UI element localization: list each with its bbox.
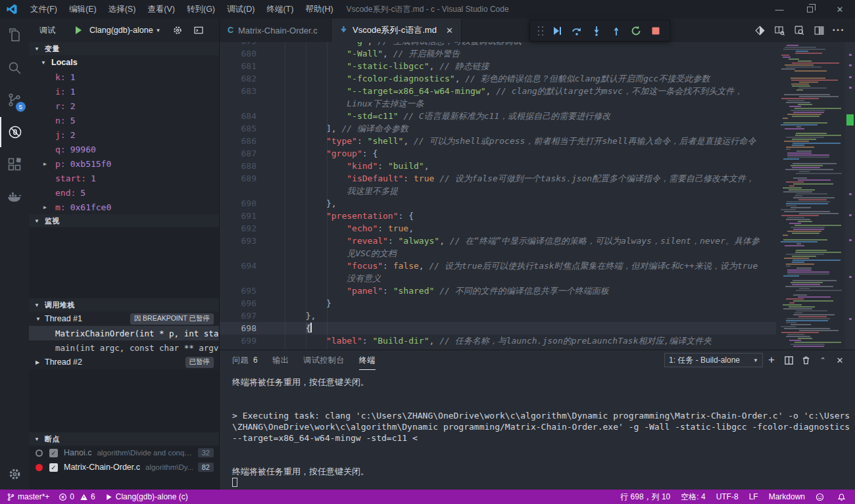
panel-tab-终端[interactable]: 终端 xyxy=(359,350,376,370)
sidebar-item-debug[interactable] xyxy=(0,117,29,147)
thread-row[interactable]: ▼Thread #1因 BREAKPOINT 已暂停 xyxy=(29,311,219,326)
overview-ruler[interactable] xyxy=(845,42,855,350)
menu-item[interactable]: 终端(T) xyxy=(260,0,299,18)
dropdown-caret-icon[interactable]: ▼ xyxy=(156,28,161,34)
menu-item[interactable]: 帮助(H) xyxy=(299,0,339,18)
code-line[interactable]: 683"--target=x86_64-w64-mingw", // clang… xyxy=(220,85,776,97)
editor-tab[interactable]: CMatrix-Chain-Order.c xyxy=(220,18,331,42)
code-line[interactable]: 680"-Wall", // 开启额外警告 xyxy=(220,47,776,60)
sidebar-item-source-control[interactable]: 5 xyxy=(0,85,29,115)
code-area[interactable]: 679"-g", // 生成调试信息，可以被调试器调试680"-Wall", /… xyxy=(220,42,776,350)
step-out-button[interactable] xyxy=(606,22,626,40)
code-line[interactable]: 697}, xyxy=(220,309,776,322)
expand-arrow-icon[interactable]: ▶ xyxy=(43,204,47,210)
indentation-button[interactable]: 空格: 4 xyxy=(681,492,705,503)
code-line[interactable]: 见VSC的文档 xyxy=(220,247,776,260)
stack-frame-row[interactable]: MatrixChainOrder(int * p, int start, xyxy=(29,326,219,340)
restore-button[interactable] xyxy=(794,0,825,18)
manage-button[interactable] xyxy=(0,467,29,482)
code-line[interactable]: 688"kind": "build", xyxy=(220,160,776,172)
terminal-selector-dropdown[interactable]: 1: 任务 - Build-alone ▼ xyxy=(664,353,763,367)
sidebar-item-docker[interactable] xyxy=(0,181,29,212)
variable-row[interactable]: k:1 xyxy=(29,70,219,84)
code-line[interactable]: 684"-std=c11" // C语言最新标准为c11，或根据自己的需要进行修… xyxy=(220,110,776,122)
stop-button[interactable] xyxy=(646,22,666,40)
step-into-button[interactable] xyxy=(587,22,606,40)
code-line[interactable]: 679"-g", // 生成调试信息，可以被调试器调试 xyxy=(220,42,776,47)
minimap[interactable] xyxy=(779,44,844,348)
breakpoint-row[interactable]: ✓Matrix-Chain-Order.calgorithm\Dy...82 xyxy=(29,460,219,474)
kill-terminal-button[interactable] xyxy=(797,352,814,368)
code-line[interactable]: 没有意义 xyxy=(220,272,776,285)
variable-row[interactable]: ▶m:0x61fce0 xyxy=(29,200,219,214)
watch-section-header[interactable]: ▼ 监视 xyxy=(29,214,219,227)
sidebar-item-search[interactable] xyxy=(0,53,29,83)
variable-row[interactable]: end:5 xyxy=(29,185,219,200)
step-over-button[interactable] xyxy=(567,22,587,40)
code-line[interactable]: 694"focus": false, // 设为true后可以使执行task时焦… xyxy=(220,260,776,272)
sidebar-item-extensions[interactable] xyxy=(0,149,29,179)
search-editor-button[interactable] xyxy=(789,22,809,39)
problems-button[interactable]: 0 6 xyxy=(59,492,95,501)
variable-row[interactable]: i:1 xyxy=(29,84,219,99)
thread-row[interactable]: ▶Thread #2已暂停 xyxy=(29,355,219,369)
editor-tab[interactable]: Vscode系列-c语言.md✕ xyxy=(331,18,462,42)
callstack-section-header[interactable]: ▼ 调用堆栈 xyxy=(29,298,219,311)
feedback-button[interactable] xyxy=(816,493,827,501)
minimize-button[interactable]: — xyxy=(764,0,794,18)
encoding-button[interactable]: UTF-8 xyxy=(716,492,739,501)
code-line[interactable]: 693"reveal": "always", // 在“终端”中显示编译信息的策… xyxy=(220,235,776,247)
continue-button[interactable] xyxy=(547,22,567,40)
code-line[interactable]: 689"isDefault": true // 设为false可做到一个task… xyxy=(220,172,776,185)
terminal-output[interactable]: 终端将被任务重用，按任意键关闭。> Executing task: clang … xyxy=(220,370,855,490)
variable-row[interactable]: q:99960 xyxy=(29,142,219,156)
code-line[interactable]: 695"panel": "shared" // 不同的文件的编译信息共享一个终端… xyxy=(220,285,776,297)
variable-row[interactable]: n:5 xyxy=(29,113,219,127)
split-editor-button[interactable] xyxy=(809,22,829,39)
variable-row[interactable]: start:1 xyxy=(29,171,219,185)
menu-item[interactable]: 编辑(E) xyxy=(63,0,103,18)
breakpoint-checkbox[interactable]: ✓ xyxy=(49,449,58,457)
code-line[interactable]: 687"group": { xyxy=(220,147,776,160)
menu-item[interactable]: 调试(D) xyxy=(221,0,260,18)
stack-frame-row[interactable]: main(int argc, const char ** argv) xyxy=(29,340,219,355)
code-line[interactable]: 682"-fcolor-diagnostics", // 彩色的错误信息？但貌似… xyxy=(220,72,776,85)
code-line[interactable]: 690}, xyxy=(220,197,776,210)
close-button[interactable]: ✕ xyxy=(825,0,855,18)
language-mode-button[interactable]: Markdown xyxy=(769,492,805,501)
menu-item[interactable]: 文件(F) xyxy=(24,0,63,18)
panel-tab-输出[interactable]: 输出 xyxy=(272,350,289,370)
branch-button[interactable]: master*+ xyxy=(7,492,49,501)
code-line[interactable]: 685], // 编译命令参数 xyxy=(220,122,776,135)
code-line[interactable]: Linux下去掉这一条 xyxy=(220,97,776,110)
new-terminal-button[interactable]: + xyxy=(763,352,780,368)
code-line[interactable]: 691"presentation": { xyxy=(220,210,776,222)
code-line[interactable]: 692"echo": true, xyxy=(220,222,776,235)
variables-section-header[interactable]: ▼ 变量 xyxy=(29,42,219,55)
menu-item[interactable]: 转到(G) xyxy=(181,0,221,18)
variables-scope-locals[interactable]: ▼ Locals xyxy=(29,55,219,70)
variable-row[interactable]: r:2 xyxy=(29,99,219,113)
debug-console-button[interactable] xyxy=(191,23,206,37)
variable-row[interactable]: ▶p:0xb515f0 xyxy=(29,156,219,171)
code-line[interactable]: 681"-static-libgcc", // 静态链接 xyxy=(220,60,776,72)
code-line[interactable]: 698{ xyxy=(220,322,776,334)
variable-row[interactable]: j:2 xyxy=(29,127,219,142)
code-line[interactable]: 696} xyxy=(220,297,776,309)
toolbar-drag-handle[interactable] xyxy=(537,25,545,37)
breakpoints-section-header[interactable]: ▼ 断点 xyxy=(29,432,219,446)
sidebar-item-explorer[interactable] xyxy=(0,20,29,51)
menu-item[interactable]: 选择(S) xyxy=(103,0,142,18)
tab-close-button[interactable]: ✕ xyxy=(446,26,453,35)
breakpoint-checkbox[interactable]: ✓ xyxy=(49,463,58,472)
maximize-panel-button[interactable]: ⌃ xyxy=(814,352,831,368)
split-terminal-button[interactable] xyxy=(780,352,797,368)
debug-status-button[interactable]: Clang(gdb)-alone (c) xyxy=(105,492,188,501)
notifications-button[interactable] xyxy=(837,493,848,501)
debug-settings-button[interactable] xyxy=(170,23,185,37)
start-debug-button[interactable] xyxy=(71,23,86,37)
eol-button[interactable]: LF xyxy=(749,492,758,501)
open-preview-button[interactable] xyxy=(750,22,770,39)
more-actions-button[interactable]: ··· xyxy=(829,22,848,39)
code-line[interactable]: 699"label": "Build-dir", // 任务名称，与launch… xyxy=(220,334,776,347)
